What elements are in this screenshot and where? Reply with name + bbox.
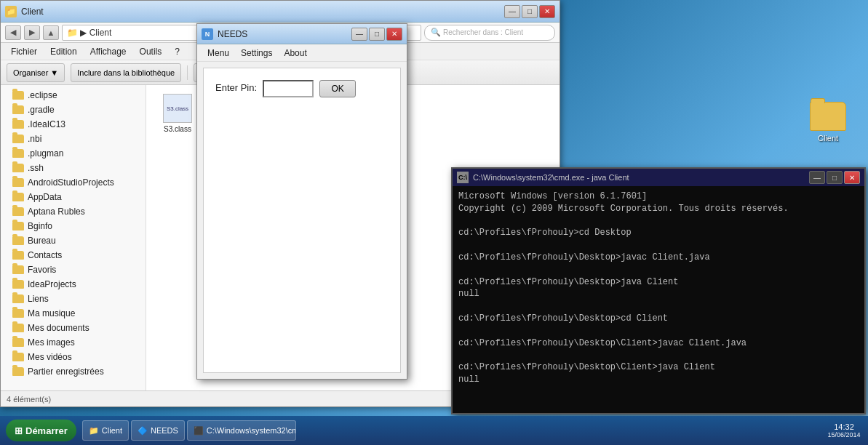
desktop-client-icon[interactable]: Client — [803, 102, 853, 143]
include-library-button[interactable]: Inclure dans la bibliothèque — [71, 63, 181, 82]
needs-minimize-button[interactable]: — — [351, 28, 367, 41]
folder-icon — [12, 207, 24, 216]
folder-icon — [12, 105, 24, 114]
cmd-line-15: null — [458, 374, 859, 386]
start-icon: ⊞ — [15, 425, 23, 436]
sidebar-item-bureau[interactable]: Bureau — [1, 233, 146, 248]
explorer-close-button[interactable]: ✕ — [539, 5, 555, 18]
folder-icon — [12, 324, 24, 332]
folder-icon — [12, 353, 24, 361]
sidebar-item-musique[interactable]: Ma musique — [1, 306, 146, 321]
menu-outils[interactable]: Outils — [134, 45, 168, 58]
needs-content: Enter Pin: OK — [203, 68, 401, 373]
cmd-line-1: Copyright (c) 2009 Microsoft Corporation… — [458, 203, 859, 215]
explorer-maximize-button[interactable]: □ — [522, 5, 538, 18]
sidebar-item-nbi[interactable]: .nbi — [1, 132, 146, 146]
pin-input[interactable] — [263, 80, 314, 97]
cmd-content[interactable]: Microsoft Windows [version 6.1.7601] Cop… — [453, 186, 864, 413]
sidebar-item-androidstudio[interactable]: AndroidStudioProjects — [1, 175, 146, 190]
taskbar-cmd-icon: ⬛ — [194, 426, 204, 436]
needs-menu-about[interactable]: About — [278, 47, 312, 60]
explorer-titlebar: 📁 Client — □ ✕ — [1, 1, 560, 23]
sidebar-item-bginfo[interactable]: Bginfo — [1, 219, 146, 233]
explorer-controls: — □ ✕ — [504, 5, 555, 18]
menu-affichage[interactable]: Affichage — [84, 45, 132, 58]
folder-icon — [12, 164, 24, 172]
needs-menu-menu[interactable]: Menu — [202, 47, 235, 60]
toolbar-separator — [187, 65, 188, 80]
sidebar-item-favoris[interactable]: Favoris — [1, 262, 146, 277]
folder-icon — [12, 120, 24, 129]
cmd-line-8: null — [458, 288, 859, 300]
sidebar-item-contacts[interactable]: Contacts — [1, 248, 146, 262]
taskbar-item-explorer[interactable]: 📁 Client — [82, 420, 129, 441]
sidebar-item-documents[interactable]: Mes documents — [1, 321, 146, 335]
sidebar-item-partie-enr[interactable]: Partier enregistrées — [1, 364, 146, 379]
folder-icon — [12, 149, 24, 158]
folder-icon — [12, 135, 24, 143]
menu-edition[interactable]: Edition — [44, 45, 83, 58]
sidebar-item-eclipse[interactable]: .eclipse — [1, 88, 146, 103]
needs-controls: — □ ✕ — [351, 28, 402, 41]
cmd-maximize-button[interactable]: □ — [827, 171, 843, 184]
sidebar-item-liens[interactable]: Liens — [1, 292, 146, 306]
taskbar: ⊞ Démarrer 📁 Client 🔷 NEEDS ⬛ C:\Windows… — [0, 416, 868, 445]
sidebar-item-ideaic13[interactable]: .IdeaIC13 — [1, 117, 146, 132]
cmd-line-9 — [458, 300, 859, 313]
file-label: S3.class — [164, 125, 191, 133]
folder-icon — [12, 367, 24, 376]
sidebar-item-gradle[interactable]: .gradle — [1, 103, 146, 117]
folder-icon — [12, 294, 24, 303]
needs-maximize-button[interactable]: □ — [369, 28, 385, 41]
cmd-line-0: Microsoft Windows [version 6.1.7601] — [458, 191, 859, 203]
folder-icon — [12, 338, 24, 347]
taskbar-items: 📁 Client 🔷 NEEDS ⬛ C:\Windows\system32\c… — [82, 420, 820, 441]
sidebar-item-images[interactable]: Mes images — [1, 335, 146, 350]
back-button[interactable]: ◀ — [5, 25, 21, 40]
folder-icon — [12, 178, 24, 187]
taskbar-item-cmd[interactable]: ⬛ C:\Windows\system32\cmd.exe — [187, 420, 296, 441]
needs-menu-settings[interactable]: Settings — [235, 47, 278, 60]
cmd-line-7: cd:\Profiles\fProhouly\Desktop>java Clie… — [458, 276, 859, 289]
sidebar-item-videos[interactable]: Mes vidéos — [1, 350, 146, 364]
taskbar-item-needs[interactable]: 🔷 NEEDS — [131, 420, 185, 441]
cmd-line-10: cd:\Profiles\fProhouly\Desktop>cd Client — [458, 313, 859, 325]
desktop-icon-label: Client — [818, 134, 838, 143]
explorer-title: Client — [21, 7, 504, 17]
start-button[interactable]: ⊞ Démarrer — [6, 420, 76, 441]
sidebar-item-appdata[interactable]: AppData — [1, 190, 146, 204]
organize-button[interactable]: Organiser ▼ — [7, 63, 65, 82]
ok-button[interactable]: OK — [319, 80, 356, 97]
cmd-line-12: cd:\Profiles\fProhouly\Desktop\Client>ja… — [458, 337, 859, 350]
taskbar-clock: 14:32 15/06/2014 — [826, 422, 862, 438]
sidebar-item-plugman[interactable]: .plugman — [1, 146, 146, 161]
menu-help[interactable]: ? — [169, 45, 186, 58]
up-button[interactable]: ▲ — [43, 25, 59, 40]
sidebar-item-ideaprojects[interactable]: IdeaProjects — [1, 277, 146, 292]
menu-fichier[interactable]: Fichier — [5, 45, 43, 58]
cmd-line-14: cd:\Profiles\fProhouly\Desktop\Client>ja… — [458, 361, 859, 374]
cmd-close-button[interactable]: ✕ — [844, 171, 860, 184]
file-icon: S3.class — [163, 94, 192, 123]
explorer-sidebar: .eclipse .gradle .IdeaIC13 .nbi .plugman… — [1, 85, 146, 390]
desktop-folder-icon — [810, 102, 846, 131]
cmd-line-4 — [458, 239, 859, 252]
cmd-line-3: cd:\Profiles\fProhouly>cd Desktop — [458, 227, 859, 239]
needs-close-button[interactable]: ✕ — [386, 28, 402, 41]
file-item-s3class[interactable]: S3.class S3.class — [152, 91, 203, 152]
needs-dialog: N NEEDS — □ ✕ Menu Settings About Enter … — [196, 23, 407, 380]
search-bar[interactable]: 🔍 Rechercher dans : Client — [424, 25, 555, 41]
folder-nav-icon: 📁 — [67, 28, 78, 38]
clock-time: 14:32 — [826, 422, 862, 431]
forward-button[interactable]: ▶ — [24, 25, 40, 40]
sidebar-item-aptana[interactable]: Aptana Rubles — [1, 204, 146, 219]
pin-label: Enter Pin: — [215, 82, 257, 93]
folder-icon — [12, 236, 24, 245]
taskbar-explorer-icon: 📁 — [89, 426, 99, 436]
folder-icon — [12, 265, 24, 274]
folder-icon — [12, 222, 24, 230]
explorer-minimize-button[interactable]: — — [504, 5, 520, 18]
sidebar-item-ssh[interactable]: .ssh — [1, 161, 146, 175]
cmd-line-6 — [458, 264, 859, 276]
cmd-minimize-button[interactable]: — — [809, 171, 825, 184]
